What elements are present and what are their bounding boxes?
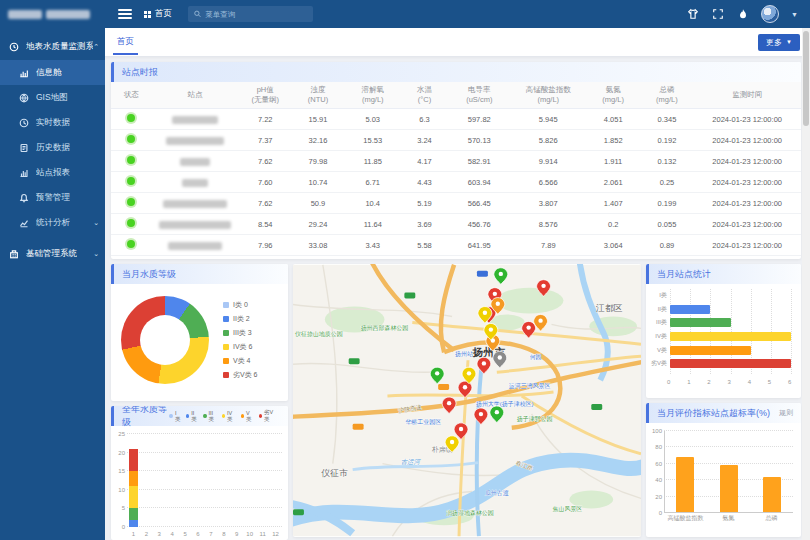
station-map-card[interactable]: 扬州市江都区仪征市扬州西部森林公园仪征捺山地质公园运河三湾风景区扬州大学(扬子津… [293, 264, 641, 537]
bar-总磷[interactable] [763, 477, 781, 512]
shirt-icon[interactable] [686, 8, 699, 21]
stacked-bar-month-2[interactable] [142, 434, 151, 527]
flame-icon[interactable] [736, 8, 749, 21]
status-cell [111, 214, 152, 235]
bar-V类[interactable] [670, 346, 751, 355]
bar-氨氮[interactable] [720, 465, 738, 512]
x-category-label: 总磷 [766, 514, 778, 523]
legend-item[interactable]: I类 0 [223, 300, 258, 310]
value-cell: 6.566 [511, 172, 586, 193]
bar-III类[interactable] [670, 318, 731, 327]
stacked-bar-month-7[interactable] [206, 434, 215, 527]
stacked-bar-month-5[interactable] [181, 434, 190, 527]
fullscreen-icon[interactable] [711, 8, 724, 21]
table-row[interactable]: 7.9633.083.435.58641.957.893.0640.892024… [111, 235, 801, 256]
y-tick-label: 60 [648, 461, 662, 467]
table-row[interactable]: 7.6250.910.45.19566.453.8071.4070.199202… [111, 193, 801, 214]
stacked-bar-month-9[interactable] [232, 434, 241, 527]
stacked-bar-month-3[interactable] [155, 434, 164, 527]
exceed-rate-corner-link[interactable]: 规则 [779, 408, 793, 418]
tab-home[interactable]: 首页 [113, 29, 138, 55]
x-tick-label: 1 [687, 379, 690, 385]
stacked-bar-month-12[interactable] [271, 434, 280, 527]
map-label-仪征市: 仪征市 [320, 468, 348, 478]
category-label: III类 [650, 318, 670, 327]
value-cell: 582.91 [448, 151, 511, 172]
table-row[interactable]: 7.2215.915.036.3597.825.9454.0510.345202… [111, 109, 801, 130]
table-row[interactable]: 7.6010.746.714.43603.946.5662.0610.25202… [111, 172, 801, 193]
bar-II类[interactable] [670, 305, 710, 314]
annual-stacked-chart: 0510152025123456789101112 [127, 434, 282, 527]
legend-item[interactable]: II类 2 [223, 314, 258, 324]
legend-swatch [223, 316, 229, 322]
legend-label: IV类 6 [233, 342, 252, 352]
stacked-bar-month-10[interactable] [245, 434, 254, 527]
status-dot-normal [127, 240, 135, 248]
legend-swatch [186, 414, 189, 418]
legend-item[interactable]: III类 [203, 409, 217, 423]
status-cell [111, 193, 152, 214]
more-button[interactable]: 更多 ▼ [758, 34, 800, 51]
x-tick-label: 4 [748, 379, 751, 385]
legend-item[interactable]: V类 [241, 409, 254, 423]
hbar-row-劣V类: 劣V类 [650, 359, 793, 368]
legend-item[interactable]: IV类 [222, 409, 236, 423]
table-row[interactable]: 7.3732.1615.533.24570.135.8261.8520.1922… [111, 130, 801, 151]
stacked-bar-month-1[interactable] [129, 434, 138, 527]
legend-item[interactable]: III类 3 [223, 328, 258, 338]
sidebar-item-预警管理[interactable]: 预警管理 [0, 185, 105, 210]
user-avatar[interactable] [761, 5, 779, 23]
legend-item[interactable]: 劣V类 6 [223, 370, 258, 380]
y-tick-label: 0 [648, 510, 662, 516]
sidebar-group-1[interactable]: 基础管理系统⌄ [0, 241, 105, 267]
table-row[interactable]: 8.5429.2411.643.69456.768.5760.20.055202… [111, 214, 801, 235]
map-label-运河三湾风景区: 运河三湾风景区 [509, 382, 551, 389]
menu-toggle-icon[interactable] [118, 9, 132, 19]
value-cell: 7.62 [239, 193, 292, 214]
x-tick-label: 4 [168, 531, 176, 537]
sidebar-item-实时数据[interactable]: 实时数据 [0, 110, 105, 135]
stacked-bar-month-11[interactable] [258, 434, 267, 527]
legend-item[interactable]: V类 4 [223, 356, 258, 366]
stacked-bar-month-4[interactable] [168, 434, 177, 527]
table-row[interactable]: 7.6279.9811.854.17582.919.9141.9110.1322… [111, 151, 801, 172]
sidebar-item-站点报表[interactable]: 站点报表 [0, 160, 105, 185]
value-cell: 7.22 [239, 109, 292, 130]
sidebar-item-label: 实时数据 [36, 117, 70, 129]
bar-IV类[interactable] [670, 332, 791, 341]
sidebar-group-label: 地表水质量监测系统 [26, 41, 93, 53]
legend-item[interactable]: 劣V类 [259, 409, 276, 423]
value-cell: 3.064 [586, 235, 641, 256]
bar-劣V类[interactable] [670, 359, 791, 368]
station-panel-title-text: 站点时报 [122, 66, 158, 79]
map-label-何园: 何园 [530, 354, 542, 361]
city-map[interactable]: 扬州市江都区仪征市扬州西部森林公园仪征捺山地质公园运河三湾风景区扬州大学(扬子津… [293, 264, 641, 537]
value-cell: 3.807 [511, 193, 586, 214]
stacked-bar-month-8[interactable] [219, 434, 228, 527]
legend-item[interactable]: I类 [169, 409, 181, 423]
scrollbar-thumb[interactable] [803, 31, 809, 126]
sidebar-group-0[interactable]: 地表水质量监测系统⌃ [0, 34, 105, 60]
sidebar-item-GIS地图[interactable]: GIS地图 [0, 85, 105, 110]
menu-search-input[interactable] [205, 10, 307, 19]
value-cell: 456.76 [448, 214, 511, 235]
category-label: II类 [650, 305, 670, 314]
sidebar-item-历史数据[interactable]: 历史数据 [0, 135, 105, 160]
bar-segment-V类 [129, 471, 138, 486]
category-label: V类 [650, 346, 670, 355]
sidebar-item-信息舱[interactable]: 信息舱 [0, 60, 105, 85]
breadcrumb-home[interactable]: 首页 [144, 8, 172, 20]
legend-swatch [259, 414, 262, 418]
page-scrollbar[interactable] [802, 28, 810, 540]
station-name-redacted [163, 200, 227, 208]
hbar-row-I类: I类 [650, 291, 793, 300]
chevron-down-icon[interactable]: ▼ [791, 11, 798, 18]
menu-search[interactable] [188, 6, 313, 22]
legend-label: V类 4 [233, 356, 251, 366]
stacked-bar-month-6[interactable] [194, 434, 203, 527]
sidebar-item-统计分析[interactable]: 统计分析⌄ [0, 210, 105, 235]
legend-item[interactable]: II类 [186, 409, 198, 423]
legend-item[interactable]: IV类 6 [223, 342, 258, 352]
bar-高锰酸盐指数[interactable] [676, 457, 694, 512]
value-cell: 8.54 [239, 214, 292, 235]
